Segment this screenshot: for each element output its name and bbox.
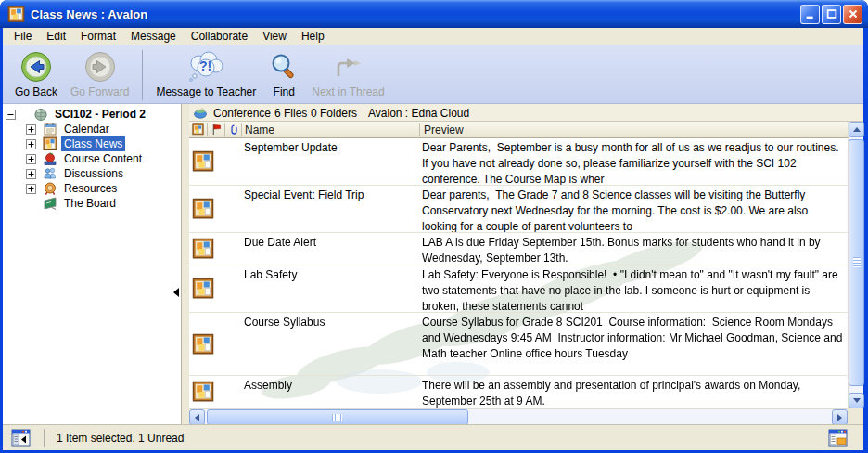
next-thread-icon — [332, 49, 364, 84]
scroll-left-button[interactable] — [189, 409, 205, 425]
magnifier-icon — [269, 49, 299, 84]
expand-toggle-icon[interactable] — [26, 124, 36, 135]
flag-icon[interactable] — [211, 123, 222, 136]
chevron-down-icon — [853, 398, 861, 403]
toolbar: Go Back Go Forward Message to Teacher Fi… — [3, 45, 863, 104]
attachment-icon[interactable] — [229, 123, 239, 136]
column-divider — [224, 123, 225, 136]
next-in-thread-label: Next in Thread — [312, 85, 385, 98]
list-column-header: Name Preview — [189, 122, 848, 138]
menu-file[interactable]: File — [6, 29, 39, 44]
folders-count: 0 Folders — [311, 107, 357, 120]
expand-toggle-icon[interactable] — [26, 184, 36, 194]
sidebar-item-sci102[interactable]: SCI102 - Period 2 — [3, 107, 181, 122]
close-icon — [847, 7, 860, 20]
status-bar: 1 Item selected. 1 Unread — [3, 424, 863, 450]
expand-toggle-icon[interactable] — [26, 139, 36, 149]
toolbar-separator — [142, 50, 143, 100]
maximize-button[interactable] — [822, 5, 841, 24]
conference-label: Conference — [213, 107, 271, 120]
minimize-button[interactable] — [800, 5, 820, 24]
list-item[interactable]: Course Syllabus Course Syllabus for Grad… — [189, 313, 848, 376]
item-preview: Dear parents, The Grade 7 and 8 Science … — [422, 188, 845, 233]
tree-item-label[interactable]: Resources — [61, 181, 120, 196]
go-back-button[interactable]: Go Back — [8, 48, 64, 98]
chevron-left-icon — [195, 414, 199, 421]
menu-view[interactable]: View — [255, 29, 294, 44]
globe-icon — [33, 107, 48, 122]
item-name: Special Event: Field Trip — [244, 188, 364, 201]
go-back-icon — [20, 49, 52, 84]
bulletin-board-icon — [7, 6, 25, 23]
badge-icon — [43, 181, 57, 196]
list-item[interactable]: Assembly There will be an assembly and p… — [189, 376, 848, 408]
vertical-scroll-thumb[interactable] — [849, 139, 864, 386]
bulletin-board-icon — [192, 278, 214, 300]
conference-info-bar: Conference 6 Files 0 Folders Avalon : Ed… — [189, 104, 863, 122]
tree-item-label[interactable]: Class News — [61, 136, 125, 151]
item-name: Due Date Alert — [244, 236, 316, 249]
sidebar-item-resources[interactable]: Resources — [3, 181, 181, 196]
item-name: Course Syllabus — [244, 316, 325, 329]
sidebar-collapse-arrow[interactable] — [173, 288, 179, 297]
sidebar-item-discussions[interactable]: Discussions — [3, 166, 181, 181]
layout-panel-icon[interactable] — [828, 429, 848, 447]
scroll-grip-icon — [853, 257, 861, 267]
list-item[interactable]: Lab Safety Lab Safety: Everyone is Respo… — [189, 265, 848, 313]
column-divider[interactable] — [419, 123, 420, 136]
tree-item-label[interactable]: Discussions — [61, 166, 126, 181]
message-to-teacher-button[interactable]: Message to Teacher — [149, 48, 262, 98]
sidebar-item-course-content[interactable]: Course Content — [3, 151, 181, 166]
minimize-icon — [804, 7, 817, 20]
tree-item-label[interactable]: Course Content — [61, 151, 145, 166]
panel-splitter[interactable] — [182, 104, 189, 424]
main-area: SCI102 - Period 2 Calendar Class News Co… — [3, 104, 863, 424]
find-button[interactable]: Find — [262, 48, 305, 98]
item-name: Lab Safety — [244, 268, 297, 281]
tree-item-label[interactable]: Calendar — [61, 122, 112, 136]
tree-item-label[interactable]: The Board — [61, 196, 119, 211]
list-item[interactable]: Special Event: Field Trip Dear parents, … — [189, 186, 848, 233]
conference-location: Avalon : Edna Cloud — [368, 107, 469, 120]
window-title: Class News : Avalon — [31, 7, 800, 21]
sidebar-item-class-news[interactable]: Class News — [3, 136, 181, 151]
sidebar-item-calendar[interactable]: Calendar — [3, 122, 181, 136]
toggle-sidebar-icon[interactable] — [11, 429, 31, 447]
status-separator — [44, 429, 45, 447]
expand-toggle-icon[interactable] — [26, 154, 36, 164]
expand-toggle-icon[interactable] — [26, 169, 36, 179]
vertical-scrollbar[interactable] — [848, 122, 863, 408]
conference-icon — [193, 105, 208, 120]
list-item[interactable]: Due Date Alert LAB A is due Friday Septe… — [189, 233, 848, 265]
item-preview: Lab Safety: Everyone is Responsible! • "… — [422, 267, 845, 313]
menu-help[interactable]: Help — [294, 29, 332, 44]
menu-message[interactable]: Message — [123, 29, 184, 44]
title-bar[interactable]: Class News : Avalon — [0, 0, 868, 28]
apple-books-icon — [43, 151, 57, 166]
chevron-right-icon — [837, 414, 842, 421]
sidebar-item-the-board[interactable]: The Board — [3, 196, 181, 211]
collapse-toggle-icon[interactable] — [6, 110, 16, 120]
bulletin-board-icon — [43, 136, 57, 151]
tree-root-label[interactable]: SCI102 - Period 2 — [52, 107, 148, 122]
list-item[interactable]: September Update Dear Parents, September… — [189, 138, 848, 186]
scroll-down-button[interactable] — [849, 393, 864, 408]
go-forward-button[interactable]: Go Forward — [64, 48, 135, 98]
column-divider — [207, 123, 208, 136]
app-window: Class News : Avalon File Edit Format Mes… — [0, 0, 868, 453]
item-type-icon[interactable] — [192, 123, 204, 136]
next-in-thread-button[interactable]: Next in Thread — [305, 48, 391, 98]
menu-format[interactable]: Format — [73, 29, 123, 44]
scroll-right-button[interactable] — [832, 409, 848, 425]
menu-edit[interactable]: Edit — [39, 29, 73, 44]
scroll-up-button[interactable] — [849, 122, 864, 137]
close-button[interactable] — [843, 5, 862, 24]
horizontal-scrollbar[interactable] — [189, 408, 848, 424]
menu-collaborate[interactable]: Collaborate — [184, 29, 255, 44]
column-header-preview[interactable]: Preview — [424, 123, 464, 136]
horizontal-scroll-thumb[interactable] — [207, 409, 468, 425]
column-header-name[interactable]: Name — [245, 123, 274, 136]
scroll-grip-icon — [332, 414, 342, 421]
item-name: September Update — [244, 141, 338, 154]
go-back-label: Go Back — [15, 85, 57, 98]
